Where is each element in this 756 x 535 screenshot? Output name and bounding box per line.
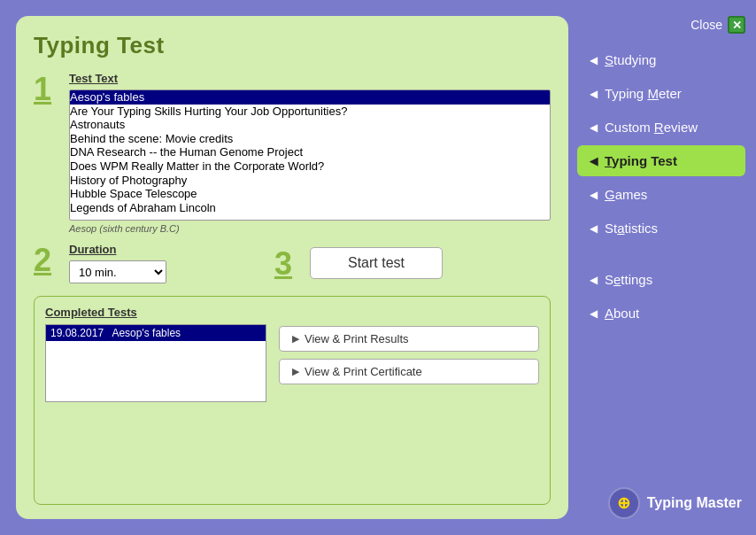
sidebar-item-typing-meter[interactable]: ◀ Typing Meter: [577, 78, 745, 109]
list-item[interactable]: 19.08.2017 Aesop's fables: [46, 325, 266, 341]
sidebar-item-label: Typing Meter: [605, 86, 682, 101]
chevron-left-icon: ◀: [590, 121, 598, 134]
typing-master-logo: ⊕ Typing Master: [577, 487, 745, 519]
completed-tests-list[interactable]: 19.08.2017 Aesop's fables: [45, 324, 266, 402]
view-print-results-button[interactable]: ▶ View & Print Results: [279, 326, 539, 352]
step2-3-row: 2 Duration 1 min. 3 min. 5 min. 10 min. …: [34, 243, 551, 283]
sidebar-item-label: About: [605, 306, 639, 321]
step1-section: 1 Test Text Aesop's fables Are Your Typi…: [34, 72, 551, 234]
test-text-label: Test Text: [69, 72, 551, 85]
sidebar-item-label: Games: [605, 187, 647, 202]
sidebar-item-label: Custom Review: [605, 120, 698, 135]
page-title: Typing Test: [34, 32, 551, 59]
close-label: Close: [690, 18, 722, 32]
sidebar-item-custom-review[interactable]: ◀ Custom Review: [577, 112, 745, 143]
close-row: Close ✕: [577, 16, 745, 34]
arrow-icon: ▶: [292, 366, 299, 377]
text-caption: Aesop (sixth century B.C): [69, 223, 551, 234]
duration-select-wrap: 1 min. 3 min. 5 min. 10 min. 15 min.: [69, 260, 166, 283]
text-list[interactable]: Aesop's fables Are Your Typing Skills Hu…: [69, 89, 551, 221]
chevron-left-icon: ◀: [590, 222, 598, 235]
main-panel: Typing Test 1 Test Text Aesop's fables A…: [16, 16, 568, 519]
chevron-left-icon: ◀: [590, 88, 598, 100]
sidebar-item-settings[interactable]: ◀ Settings: [577, 264, 745, 295]
sidebar-item-statistics[interactable]: ◀ Statistics: [577, 213, 745, 244]
duration-label: Duration: [69, 243, 166, 256]
sidebar-item-studying[interactable]: ◀ Studying: [577, 44, 745, 75]
chevron-left-icon: ◀: [590, 307, 598, 320]
arrow-icon: ▶: [292, 333, 299, 345]
step2-section: 2 Duration 1 min. 3 min. 5 min. 10 min. …: [34, 243, 166, 283]
close-button[interactable]: ✕: [728, 16, 745, 34]
typing-master-text: Typing Master: [647, 495, 742, 511]
step2-content: Duration 1 min. 3 min. 5 min. 10 min. 15…: [69, 243, 166, 283]
sidebar-item-label: Settings: [605, 272, 652, 287]
completed-tests-box: Completed Tests 19.08.2017 Aesop's fable…: [34, 296, 551, 505]
completed-buttons: ▶ View & Print Results ▶ View & Print Ce…: [279, 324, 539, 402]
sidebar: Close ✕ ◀ Studying ◀ Typing Meter ◀ Cust…: [577, 16, 745, 519]
duration-select[interactable]: 1 min. 3 min. 5 min. 10 min. 15 min.: [69, 260, 166, 283]
sidebar-item-label: Studying: [605, 52, 656, 67]
completed-tests-row: 19.08.2017 Aesop's fables ▶ View & Print…: [45, 324, 539, 402]
sidebar-item-label: Statistics: [605, 221, 658, 236]
step1-content: Test Text Aesop's fables Are Your Typing…: [69, 72, 551, 234]
chevron-left-icon: ◀: [590, 155, 598, 167]
sidebar-item-about[interactable]: ◀ About: [577, 298, 745, 329]
sidebar-item-games[interactable]: ◀ Games: [577, 179, 745, 210]
step3-number: 3: [274, 248, 310, 280]
chevron-left-icon: ◀: [590, 274, 598, 286]
chevron-left-icon: ◀: [590, 189, 598, 201]
completed-tests-title: Completed Tests: [45, 306, 539, 319]
start-test-button[interactable]: Start test: [310, 247, 443, 279]
step1-number: 1: [34, 74, 69, 105]
step2-number: 2: [34, 244, 69, 276]
typing-master-icon: ⊕: [608, 487, 640, 519]
sidebar-item-typing-test[interactable]: ◀ Typing Test: [577, 145, 745, 176]
view-print-certificate-button[interactable]: ▶ View & Print Certificate: [279, 359, 539, 384]
sidebar-item-label: Typing Test: [605, 153, 677, 168]
step3-section: 3 Start test: [166, 246, 551, 280]
text-list-container: Aesop's fables Are Your Typing Skills Hu…: [69, 89, 551, 221]
chevron-left-icon: ◀: [590, 54, 598, 66]
